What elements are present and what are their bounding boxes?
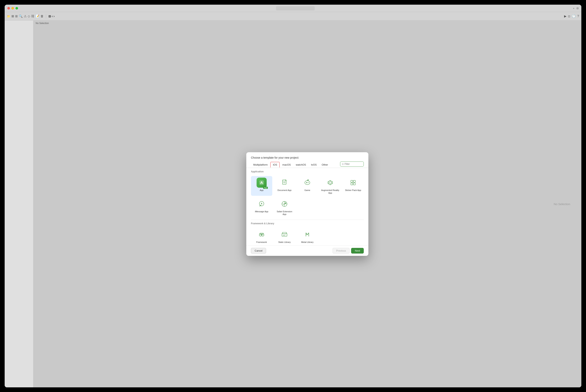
trash-icon[interactable]: 🗑 xyxy=(41,14,44,18)
nav-icons: ▨ ‹ › xyxy=(49,14,55,18)
svg-rect-0 xyxy=(259,180,264,185)
diamond-icon[interactable]: ◇ xyxy=(28,14,30,18)
xcode-window: ＋ ⊟ 📁 ⊠ ⊞ 🔍 ⚠ ◇ ⛓ 📝 🗑 ▨ ‹ › ▶ ⊡ 🕐 ? xyxy=(5,5,293,196)
minimize-button[interactable] xyxy=(12,7,14,10)
forward-icon[interactable]: › xyxy=(54,14,55,18)
titlebar: ＋ ⊟ xyxy=(5,5,293,12)
tab-macos[interactable]: macOS xyxy=(280,162,293,167)
link-icon[interactable]: ⛓ xyxy=(31,14,34,18)
grid-icon[interactable]: ⊞ xyxy=(15,14,18,18)
template-document-app[interactable]: Document App xyxy=(274,176,293,196)
tab-multiplatform[interactable]: Multiplatform xyxy=(251,162,270,167)
app-icon: App xyxy=(257,178,267,188)
modal-header: Choose a template for your new project: xyxy=(246,152,293,162)
squares-icon[interactable]: ▨ xyxy=(49,14,51,18)
tab-ios[interactable]: iOS xyxy=(270,162,280,168)
maximize-button[interactable] xyxy=(16,7,18,10)
sidebar xyxy=(5,20,33,196)
folder-icon[interactable]: 📁 xyxy=(7,15,10,18)
back-icon[interactable]: ‹ xyxy=(52,14,53,18)
titlebar-center xyxy=(20,6,293,10)
search-icon[interactable]: 🔍 xyxy=(19,14,23,18)
stop-icon[interactable]: ⊠ xyxy=(12,14,14,18)
close-button[interactable] xyxy=(7,7,10,10)
modal-body: Application xyxy=(246,168,293,196)
template-chooser-modal: Choose a template for your new project: … xyxy=(246,152,293,196)
app-badge: App xyxy=(263,187,268,189)
content-area: No Selection Choose a template for your … xyxy=(5,20,293,196)
template-app[interactable]: App App xyxy=(251,176,272,196)
modal-tabs: Multiplatform iOS macOS watchOS tvOS Oth… xyxy=(246,162,293,168)
warning-icon[interactable]: ⚠ xyxy=(24,14,27,18)
template-app-label: App xyxy=(260,189,264,192)
application-section-label: Application xyxy=(251,168,293,174)
modal-overlay: Choose a template for your new project: … xyxy=(33,20,293,196)
note-icon[interactable]: 📝 xyxy=(36,14,39,18)
toolbar: 📁 ⊠ ⊞ 🔍 ⚠ ◇ ⛓ 📝 🗑 ▨ ‹ › ▶ ⊡ 🕐 ? xyxy=(5,12,293,20)
main-content: No Selection Choose a template for your … xyxy=(33,20,293,196)
document-app-icon xyxy=(279,178,290,188)
titlebar-search xyxy=(276,6,293,10)
application-grid: App App xyxy=(251,174,293,196)
toolbar-left: 📁 ⊠ ⊞ 🔍 ⚠ ◇ ⛓ 📝 🗑 xyxy=(7,14,44,18)
template-document-label: Document App xyxy=(278,189,291,192)
